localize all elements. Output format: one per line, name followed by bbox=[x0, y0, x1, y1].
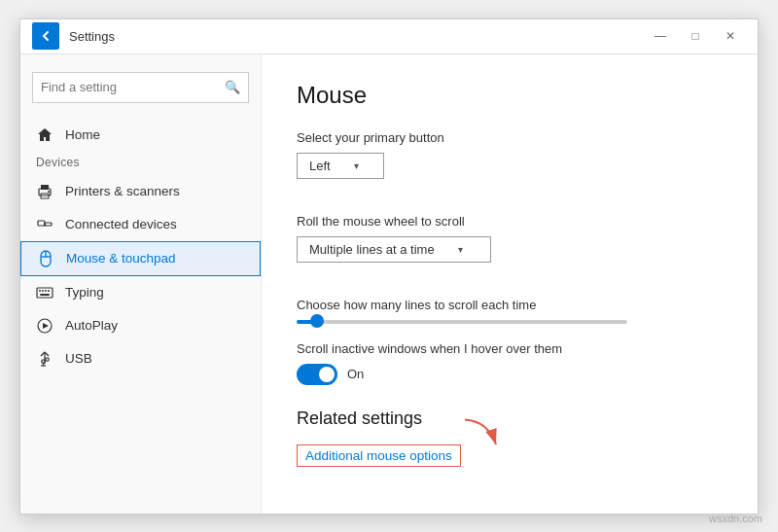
sidebar-item-printers[interactable]: Printers & scanners bbox=[20, 175, 261, 208]
sidebar-item-autoplay[interactable]: AutoPlay bbox=[20, 309, 261, 342]
toggle-state-label: On bbox=[347, 367, 364, 381]
titlebar: Settings — □ ✕ bbox=[20, 19, 758, 54]
usb-icon bbox=[36, 350, 53, 368]
maximize-button[interactable]: □ bbox=[680, 22, 711, 50]
search-icon: 🔍 bbox=[225, 80, 240, 94]
chevron-down-icon: ▾ bbox=[354, 160, 359, 171]
scroll-label: Roll the mouse wheel to scroll bbox=[297, 214, 723, 229]
window-controls: — □ ✕ bbox=[645, 22, 746, 50]
search-box[interactable]: 🔍 bbox=[32, 72, 249, 103]
search-input[interactable] bbox=[41, 80, 225, 94]
sidebar-item-connected[interactable]: Connected devices bbox=[20, 208, 261, 241]
autoplay-label: AutoPlay bbox=[65, 318, 118, 333]
sidebar-item-typing[interactable]: Typing bbox=[20, 276, 261, 309]
connected-label: Connected devices bbox=[65, 217, 177, 231]
content-area: 🔍 Home Devices bbox=[20, 54, 758, 514]
sidebar-item-mouse[interactable]: Mouse & touchpad bbox=[20, 241, 261, 276]
home-label: Home bbox=[65, 127, 100, 142]
primary-button-section: Select your primary button Left ▾ bbox=[297, 130, 723, 196]
inactive-scroll-toggle[interactable] bbox=[297, 364, 337, 385]
scroll-dropdown[interactable]: Multiple lines at a time ▾ bbox=[297, 236, 491, 263]
sidebar-item-usb[interactable]: USB bbox=[20, 342, 261, 375]
mouse-icon bbox=[37, 250, 54, 267]
lines-slider-thumb[interactable] bbox=[310, 314, 324, 328]
section-label: Devices bbox=[20, 152, 261, 175]
typing-label: Typing bbox=[65, 285, 104, 300]
svg-rect-1 bbox=[41, 185, 49, 190]
svg-rect-21 bbox=[42, 360, 45, 363]
svg-point-3 bbox=[48, 191, 50, 193]
window-title: Settings bbox=[69, 29, 645, 44]
svg-rect-4 bbox=[38, 221, 45, 226]
keyboard-icon bbox=[36, 284, 53, 301]
inactive-label: Scroll inactive windows when I hover ove… bbox=[297, 341, 723, 356]
sidebar: 🔍 Home Devices bbox=[20, 54, 262, 514]
related-title: Related settings bbox=[297, 408, 723, 429]
toggle-knob bbox=[319, 367, 335, 382]
main-panel: Mouse Select your primary button Left ▾ … bbox=[262, 54, 758, 514]
minimize-button[interactable]: — bbox=[645, 22, 676, 50]
sidebar-item-home[interactable]: Home bbox=[20, 119, 261, 152]
svg-marker-17 bbox=[43, 323, 49, 329]
lines-slider-track bbox=[297, 320, 627, 324]
scroll-section: Roll the mouse wheel to scroll Multiple … bbox=[297, 214, 723, 280]
primary-button-value: Left bbox=[309, 159, 331, 173]
mouse-label: Mouse & touchpad bbox=[66, 251, 176, 266]
primary-button-dropdown[interactable]: Left ▾ bbox=[297, 153, 384, 179]
connected-icon bbox=[36, 216, 53, 233]
svg-rect-5 bbox=[45, 223, 52, 226]
primary-button-label: Select your primary button bbox=[297, 130, 723, 145]
autoplay-icon bbox=[36, 317, 53, 335]
close-button[interactable]: ✕ bbox=[715, 22, 746, 50]
printer-icon bbox=[36, 183, 53, 200]
related-settings-section: Related settings Additional mouse option… bbox=[297, 408, 723, 467]
inactive-scroll-section: Scroll inactive windows when I hover ove… bbox=[297, 341, 723, 385]
lines-label: Choose how many lines to scroll each tim… bbox=[297, 298, 723, 312]
home-icon bbox=[36, 126, 53, 144]
watermark: wsxdn.com bbox=[709, 513, 762, 524]
additional-mouse-options-link[interactable]: Additional mouse options bbox=[297, 444, 461, 467]
arrow-container: Additional mouse options bbox=[297, 444, 461, 467]
toggle-row: On bbox=[297, 364, 723, 385]
lines-section: Choose how many lines to scroll each tim… bbox=[297, 298, 723, 324]
page-title: Mouse bbox=[297, 82, 723, 109]
svg-rect-10 bbox=[37, 288, 53, 298]
printers-label: Printers & scanners bbox=[65, 184, 180, 198]
chevron-down-icon-2: ▾ bbox=[458, 244, 463, 255]
back-button[interactable] bbox=[32, 22, 59, 50]
scroll-value: Multiple lines at a time bbox=[309, 242, 435, 257]
usb-label: USB bbox=[65, 351, 92, 366]
svg-rect-22 bbox=[46, 358, 49, 361]
